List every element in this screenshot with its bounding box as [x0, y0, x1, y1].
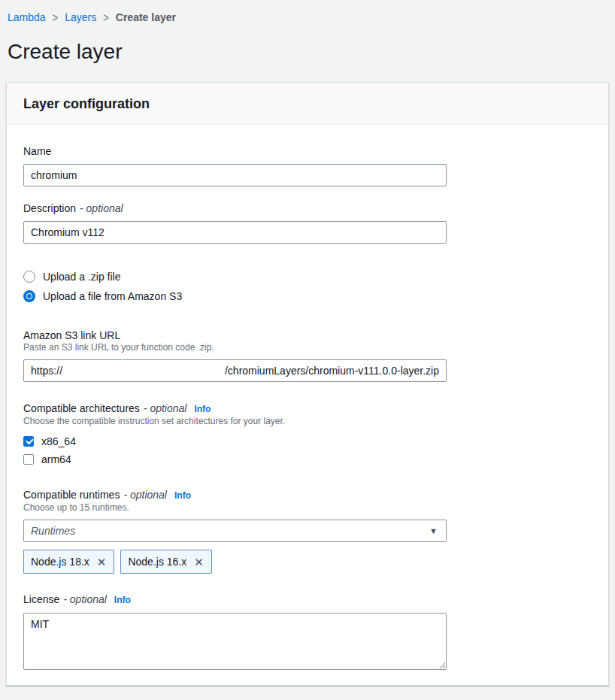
s3-url-input[interactable]: https:// /chromiumLayers/chromium-v111.0… [23, 359, 447, 382]
checkbox-icon[interactable] [23, 454, 34, 465]
remove-token-icon[interactable]: ✕ [194, 556, 204, 568]
runtimes-info-link[interactable]: Info [174, 489, 191, 502]
description-field: Description - optional [23, 202, 593, 244]
radio-upload-zip-label: Upload a .zip file [43, 271, 121, 283]
description-label: Description [23, 202, 76, 215]
upload-source-radio-group: Upload a .zip file Upload a file from Am… [23, 268, 593, 305]
radio-icon[interactable] [23, 290, 35, 302]
s3-url-prefix: https:// [31, 365, 62, 377]
runtime-token-label: Node.js 16.x [128, 556, 186, 568]
remove-token-icon[interactable]: ✕ [97, 556, 107, 568]
runtimes-help: Choose up to 15 runtimes. [23, 502, 593, 514]
runtime-token-list: Node.js 18.x ✕ Node.js 16.x ✕ [23, 550, 593, 574]
runtime-token-label: Node.js 18.x [31, 556, 89, 568]
license-info-link[interactable]: Info [114, 593, 131, 607]
form-actions: Cancel Create [0, 686, 615, 700]
runtimes-select[interactable]: Runtimes ▼ [23, 520, 447, 542]
s3-url-suffix: /chromiumLayers/chromium-v111.0.0-layer.… [225, 365, 439, 377]
breadcrumb-separator-icon: > [103, 11, 109, 25]
name-label: Name [23, 144, 51, 158]
architectures-info-link[interactable]: Info [194, 402, 211, 416]
license-textarea[interactable]: MIT [23, 613, 447, 670]
breadcrumb-link-lambda[interactable]: Lambda [8, 11, 46, 23]
runtime-token-nodejs-18: Node.js 18.x ✕ [23, 550, 114, 574]
name-field: Name [23, 144, 593, 186]
checkbox-x86-64[interactable]: x86_64 [23, 433, 593, 450]
s3-link-url-field: Amazon S3 link URL Paste an S3 link URL … [23, 329, 593, 382]
runtimes-optional-suffix: - optional [123, 488, 167, 502]
layer-configuration-panel: Layer configuration Name Description - o… [6, 82, 609, 686]
description-optional-suffix: - optional [80, 202, 123, 215]
architectures-help: Choose the compatible instruction set ar… [23, 415, 593, 427]
radio-upload-s3-label: Upload a file from Amazon S3 [43, 290, 182, 302]
breadcrumb-current-create-layer: Create layer [116, 11, 176, 23]
breadcrumb: Lambda > Layers > Create layer [0, 0, 615, 23]
description-input[interactable] [23, 221, 447, 244]
architectures-optional-suffix: - optional [144, 402, 187, 415]
compatible-architectures-field: Compatible architectures - optional Info… [23, 402, 593, 468]
license-optional-suffix: - optional [63, 592, 107, 606]
compatible-runtimes-label: Compatible runtimes [23, 488, 120, 502]
checkbox-x86-64-label: x86_64 [41, 435, 76, 447]
chevron-down-icon: ▼ [429, 526, 438, 535]
compatible-runtimes-field: Compatible runtimes - optional Info Choo… [23, 488, 593, 574]
radio-upload-from-s3[interactable]: Upload a file from Amazon S3 [23, 288, 593, 305]
s3-link-url-label: Amazon S3 link URL [23, 329, 120, 342]
breadcrumb-separator-icon: > [53, 11, 59, 25]
page-title: Create layer [8, 39, 607, 65]
runtime-token-nodejs-16: Node.js 16.x ✕ [120, 550, 211, 574]
panel-title: Layer configuration [23, 95, 593, 112]
radio-icon[interactable] [23, 271, 35, 283]
license-label: License [23, 592, 59, 606]
compatible-architectures-label: Compatible architectures [23, 402, 140, 415]
runtimes-select-placeholder: Runtimes [31, 525, 75, 537]
license-field: License - optional Info MIT [23, 592, 593, 670]
checkbox-arm64-label: arm64 [41, 453, 71, 465]
checkbox-arm64[interactable]: arm64 [23, 451, 593, 468]
name-input[interactable] [23, 164, 447, 186]
panel-header: Layer configuration [7, 83, 608, 125]
radio-upload-zip-file[interactable]: Upload a .zip file [23, 268, 593, 285]
s3-link-url-help: Paste an S3 link URL to your function co… [23, 341, 593, 353]
breadcrumb-link-layers[interactable]: Layers [65, 11, 96, 23]
checkbox-icon[interactable] [23, 436, 34, 447]
panel-body: Name Description - optional Upload a .zi… [7, 125, 608, 685]
